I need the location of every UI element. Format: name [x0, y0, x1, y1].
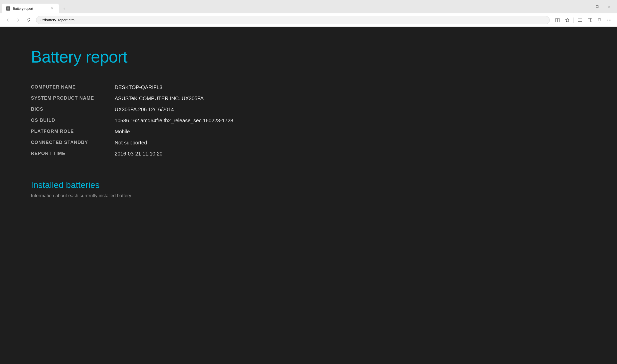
browser-chrome: Battery report ✕ + — ☐ ✕ C:\battery_repo… — [0, 0, 617, 27]
table-row: CONNECTED STANDBYNot supported — [31, 137, 233, 148]
svg-point-10 — [607, 20, 608, 20]
info-label: COMPUTER NAME — [31, 82, 115, 93]
info-label: SYSTEM PRODUCT NAME — [31, 93, 115, 104]
info-value: Mobile — [115, 126, 233, 137]
new-tab-button[interactable]: + — [60, 5, 69, 13]
svg-rect-7 — [588, 18, 590, 22]
back-button[interactable] — [3, 15, 12, 25]
info-table: COMPUTER NAMEDESKTOP-QARIFL3SYSTEM PRODU… — [31, 82, 233, 159]
reading-view-button[interactable] — [553, 15, 562, 25]
info-value: 10586.162.amd64fre.th2_release_sec.16022… — [115, 115, 233, 126]
table-row: SYSTEM PRODUCT NAMEASUSTeK COMPUTER INC.… — [31, 93, 233, 104]
minimize-button[interactable]: — — [579, 3, 591, 11]
nav-divider — [573, 18, 574, 23]
info-value: UX305FA.206 12/16/2014 — [115, 104, 233, 115]
svg-rect-1 — [7, 7, 9, 10]
window-controls: — ☐ ✕ — [579, 3, 615, 11]
tab-area: Battery report ✕ + — [2, 0, 579, 13]
info-value: ASUSTeK COMPUTER INC. UX305FA — [115, 93, 233, 104]
refresh-button[interactable] — [24, 15, 33, 25]
tab-favicon — [6, 6, 10, 11]
info-value: DESKTOP-QARIFL3 — [115, 82, 233, 93]
table-row: OS BUILD10586.162.amd64fre.th2_release_s… — [31, 115, 233, 126]
info-label: OS BUILD — [31, 115, 115, 126]
more-button[interactable] — [605, 15, 614, 25]
section-title: Installed batteries — [31, 180, 586, 190]
address-bar[interactable]: C:\battery_report.html — [36, 16, 550, 24]
forward-button[interactable] — [13, 15, 23, 25]
page-content: Battery report COMPUTER NAMEDESKTOP-QARI… — [0, 27, 617, 364]
nav-icons — [553, 15, 614, 25]
maximize-button[interactable]: ☐ — [591, 3, 603, 11]
info-label: BIOS — [31, 104, 115, 115]
table-row: COMPUTER NAMEDESKTOP-QARIFL3 — [31, 82, 233, 93]
info-label: CONNECTED STANDBY — [31, 137, 115, 148]
info-value: 2016-03-21 11:10:20 — [115, 148, 233, 159]
table-row: BIOSUX305FA.206 12/16/2014 — [31, 104, 233, 115]
title-bar: Battery report ✕ + — ☐ ✕ — [0, 0, 617, 13]
active-tab[interactable]: Battery report ✕ — [2, 4, 59, 13]
close-button[interactable]: ✕ — [603, 3, 615, 11]
table-row: PLATFORM ROLEMobile — [31, 126, 233, 137]
svg-rect-3 — [558, 18, 559, 22]
installed-batteries-section: Installed batteries Information about ea… — [31, 180, 586, 198]
table-row: REPORT TIME2016-03-21 11:10:20 — [31, 148, 233, 159]
svg-rect-2 — [556, 18, 557, 22]
nav-bar: C:\battery_report.html — [0, 13, 617, 27]
page-title: Battery report — [31, 47, 586, 66]
info-label: REPORT TIME — [31, 148, 115, 159]
address-text: C:\battery_report.html — [40, 18, 75, 22]
tab-title: Battery report — [13, 7, 47, 11]
notifications-button[interactable] — [595, 15, 604, 25]
svg-point-12 — [611, 20, 611, 20]
hub-button[interactable] — [575, 15, 585, 25]
tab-close-button[interactable]: ✕ — [49, 6, 55, 11]
info-label: PLATFORM ROLE — [31, 126, 115, 137]
svg-point-11 — [609, 20, 610, 20]
favorites-button[interactable] — [563, 15, 572, 25]
section-description: Information about each currently install… — [31, 193, 586, 198]
web-note-button[interactable] — [585, 15, 594, 25]
info-value: Not supported — [115, 137, 233, 148]
